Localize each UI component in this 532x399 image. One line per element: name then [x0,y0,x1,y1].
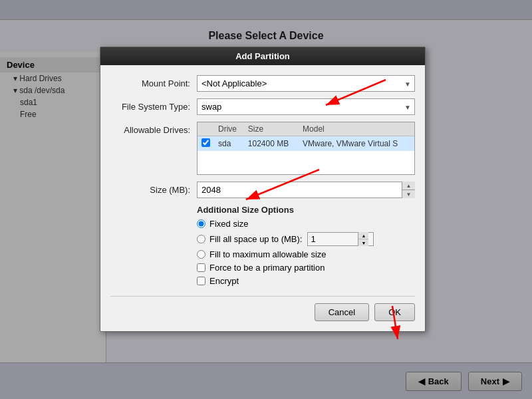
allowable-drives-label: Allowable Drives: [110,122,197,175]
fill-max-label: Fill to maximum allowable size [209,249,327,259]
fill-up-row: Fill all space up to (MB): ▲ ▼ [197,232,415,246]
mount-point-select[interactable]: <Not Applicable> [197,75,415,92]
fill-max-row: Fill to maximum allowable size [197,249,415,259]
primary-partition-row: Force to be a primary partition [197,263,415,273]
fixed-size-radio[interactable] [197,219,205,228]
fixed-size-row: Fixed size [197,219,415,229]
fill-up-radio[interactable] [197,235,205,243]
fixed-size-label: Fixed size [209,219,249,229]
drive-row-check[interactable] [198,136,214,152]
fill-max-radio[interactable] [197,250,205,259]
allowable-drives-section: Allowable Drives: Drive Size Model [110,122,415,175]
drives-col-model: Model [299,122,414,136]
mount-point-select-wrapper: <Not Applicable> ▼ [197,75,415,92]
fill-up-spinner-up[interactable]: ▲ [358,232,368,239]
file-system-select-wrapper: swap ▼ [197,98,415,115]
dialog-buttons: Cancel OK [110,296,415,321]
mount-point-label: Mount Point: [110,78,197,88]
file-system-row: File System Type: swap ▼ [110,98,415,115]
size-label: Size (MB): [110,185,197,195]
fill-up-spinner-down[interactable]: ▼ [358,239,368,246]
drives-table-header: Drive Size Model [198,122,414,136]
dialog-body: Mount Point: <Not Applicable> ▼ File Sys… [100,65,425,331]
add-partition-dialog: Add Partition Mount Point: <Not Applicab… [100,47,426,332]
cancel-button[interactable]: Cancel [315,303,369,321]
size-row: Size (MB): ▲ ▼ [110,182,415,198]
ok-button[interactable]: OK [374,303,415,321]
size-input[interactable] [197,182,415,198]
drives-table: Drive Size Model sda 102400 MB VMwa [198,122,414,151]
size-spinner-up[interactable]: ▲ [402,182,415,190]
mount-point-row: Mount Point: <Not Applicable> ▼ [110,75,415,92]
drive-name: sda [214,136,244,152]
size-input-wrapper: ▲ ▼ [197,182,415,198]
drives-col-size: Size [244,122,299,136]
file-system-control: swap ▼ [197,98,415,115]
drives-table-wrapper: Drive Size Model sda 102400 MB VMwa [197,122,415,175]
fill-up-label: Fill all space up to (MB): [209,234,302,244]
mount-point-control: <Not Applicable> ▼ [197,75,415,92]
primary-partition-checkbox[interactable] [197,263,205,272]
fill-up-spinner-wrapper: ▲ ▼ [302,232,368,246]
additional-size-label: Additional Size Options [197,205,415,215]
file-system-select[interactable]: swap [197,98,415,115]
drives-table-body: sda 102400 MB VMware, VMware Virtual S [198,136,414,152]
drive-model: VMware, VMware Virtual S [299,136,414,152]
drive-checkbox[interactable] [201,138,210,147]
encrypt-row: Encrypt [197,276,415,286]
encrypt-checkbox[interactable] [197,277,205,285]
dialog-title: Add Partition [100,47,425,65]
drive-size: 102400 MB [244,136,299,152]
fill-up-spinner-buttons: ▲ ▼ [358,232,368,246]
size-spinner: ▲ ▼ [402,182,415,198]
drives-header-row: Drive Size Model [198,122,414,136]
size-spinner-down[interactable]: ▼ [402,190,415,198]
table-row[interactable]: sda 102400 MB VMware, VMware Virtual S [198,136,414,152]
drives-col-check [198,122,214,136]
primary-partition-label: Force to be a primary partition [209,263,325,273]
encrypt-label: Encrypt [209,276,239,286]
size-control: ▲ ▼ [197,182,415,198]
file-system-label: File System Type: [110,102,197,112]
drives-col-drive: Drive [214,122,244,136]
